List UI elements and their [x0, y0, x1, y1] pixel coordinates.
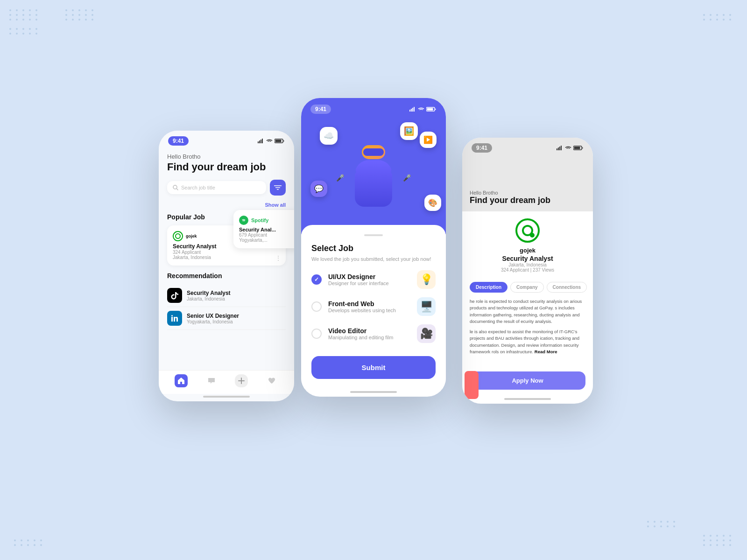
svg-rect-21: [427, 108, 433, 111]
job-option-uiux[interactable]: UI/UX Designer Designer for user interfa…: [311, 270, 436, 289]
job-option-frontend-name: Front-end Web: [328, 300, 410, 308]
spotify-company: Spotify: [251, 217, 268, 223]
heart-icon: [268, 377, 275, 385]
svg-rect-1: [259, 140, 260, 143]
rec-info-linkedin: Senior UX Designer Yogyakarta, Indonesia: [187, 313, 239, 324]
left-status-icons: [258, 139, 285, 143]
job-option-uiux-desc: Designer for user interface: [328, 280, 410, 286]
right-phone: 9:41: [462, 138, 593, 404]
rec-item-linkedin[interactable]: Senior UX Designer Yogyakarta, Indonesia: [167, 307, 286, 330]
spotify-logo: [239, 216, 248, 225]
avatar-figure: 🎤 🎤: [355, 145, 392, 207]
read-more-link[interactable]: Read More: [535, 349, 557, 354]
tab-company[interactable]: Company: [510, 282, 544, 293]
tiktok-logo: [167, 288, 182, 303]
job-option-frontend-icon: 🖥️: [417, 297, 436, 316]
job-option-video-info: Video Editor Manipulating and editing fi…: [328, 327, 410, 340]
apply-now-button[interactable]: Apply Now: [470, 371, 585, 390]
apply-btn-wrapper: Apply Now: [462, 367, 593, 396]
left-status-bar: 9:41: [159, 131, 294, 148]
right-home-indicator: [504, 398, 551, 400]
signal-icon: [258, 139, 264, 143]
job-option-frontend-info: Front-end Web Develops websites using te…: [328, 300, 410, 313]
linkedin-icon: [171, 315, 178, 322]
radio-video[interactable]: [311, 329, 322, 339]
left-home-indicator: [203, 396, 250, 398]
right-location: Jakarta, Indonesia: [508, 262, 547, 267]
search-box[interactable]: Search job title: [167, 181, 266, 194]
rec-item-tiktok[interactable]: Security Analyst Jakarta, Indonesia: [167, 284, 286, 307]
wifi-icon: [266, 139, 273, 143]
show-all-link[interactable]: Show all: [265, 202, 286, 208]
phones-wrapper: 9:41: [163, 70, 584, 490]
right-job-title: Security Analyst: [502, 255, 553, 262]
middle-home-indicator: [350, 391, 397, 393]
svg-rect-18: [412, 108, 413, 112]
show-all-row: Show all: [167, 200, 286, 209]
right-company-name: gojek: [520, 247, 536, 254]
right-mic: 🎤: [403, 174, 411, 182]
sheet-handle: [364, 234, 383, 236]
job-option-uiux-info: UI/UX Designer Designer for user interfa…: [328, 273, 410, 286]
middle-sheet: Select Job We loved the job you submitte…: [301, 225, 446, 389]
svg-rect-5: [275, 140, 282, 142]
spotify-applicants: 679 Applicant: [239, 232, 294, 238]
rec-loc-linkedin: Yogyakarta, Indonesia: [187, 319, 239, 324]
tab-connections[interactable]: Connections: [547, 282, 587, 293]
job-description: he role is expected to conduct security …: [470, 298, 585, 325]
tiktok-icon: [171, 291, 178, 300]
right-battery-icon: [573, 146, 584, 150]
filter-icon: [274, 185, 282, 190]
battery-icon: [275, 139, 285, 143]
left-phone: 9:41: [159, 131, 294, 401]
svg-rect-3: [262, 139, 263, 143]
avatar-right-arm: [390, 168, 404, 178]
job-option-video[interactable]: Video Editor Manipulating and editing fi…: [311, 324, 436, 343]
middle-status-bar: 9:41: [301, 98, 446, 118]
linkedin-logo: [167, 311, 182, 326]
nav-messages[interactable]: [205, 374, 218, 387]
svg-rect-24: [559, 147, 560, 150]
right-status-icons: [557, 146, 584, 150]
radio-frontend[interactable]: [311, 301, 322, 312]
right-wifi-icon: [565, 146, 571, 150]
filter-button[interactable]: [270, 180, 286, 196]
svg-rect-25: [561, 146, 562, 150]
company-header: gojek Security Analyst Jakarta, Indonesi…: [470, 218, 585, 277]
spotify-job-title: Security Anal...: [239, 227, 294, 232]
float-icon-cloud: ☁️: [320, 127, 338, 145]
middle-hero: ☁️ 🖼️ ▶️ 💬 🎨 🎤 🎤: [301, 118, 446, 234]
right-status-bar: 9:41: [462, 138, 593, 155]
svg-rect-19: [414, 107, 415, 112]
job-option-frontend-desc: Develops websites using tech: [328, 308, 410, 313]
vr-headset: [363, 148, 384, 156]
right-title: Find your dream job: [470, 196, 585, 206]
svg-rect-0: [258, 141, 259, 143]
select-job-title: Select Job: [311, 244, 436, 253]
avatar-head: [362, 145, 385, 159]
recommendation-title: Recommendation: [167, 272, 286, 280]
gojek-svg: [515, 218, 540, 243]
submit-button[interactable]: Submit: [311, 356, 436, 379]
nav-home[interactable]: [175, 374, 188, 387]
radio-uiux[interactable]: [311, 274, 322, 285]
job-option-frontend[interactable]: Front-end Web Develops websites using te…: [311, 297, 436, 316]
svg-rect-23: [558, 147, 559, 150]
right-content: gojek Security Analyst Jakarta, Indonesi…: [462, 211, 593, 367]
left-title: Find your dream job: [167, 161, 286, 173]
middle-phone: 9:41: [301, 98, 446, 397]
middle-signal-icon: [409, 107, 416, 112]
avatar-left-arm: [342, 168, 357, 178]
rec-loc-tiktok: Jakarta, Indonesia: [187, 296, 231, 301]
messages-icon: [208, 377, 215, 385]
tab-description[interactable]: Description: [470, 282, 507, 293]
nav-add[interactable]: [235, 374, 248, 387]
search-icon: [173, 185, 178, 190]
right-signal-icon: [557, 146, 563, 150]
more-options-icon[interactable]: ⋮: [275, 254, 282, 262]
rec-job-tiktok: Security Analyst: [187, 290, 231, 296]
spotify-card[interactable]: Spotify Security Anal... 679 Applicant Y…: [233, 210, 294, 248]
middle-wifi-icon: [418, 107, 424, 112]
avatar-body: 🎤 🎤: [355, 160, 392, 207]
nav-favorites[interactable]: [265, 374, 278, 387]
